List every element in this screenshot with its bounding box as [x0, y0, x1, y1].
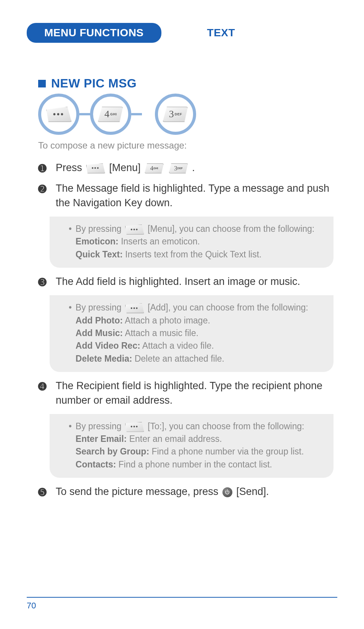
menu-key-icon: •••	[125, 303, 144, 313]
step-body: The Message field is highlighted. Type a…	[56, 181, 333, 210]
note-item-text: Inserts an emoticon.	[119, 236, 200, 246]
note-item-text: Attach a photo image.	[123, 315, 210, 325]
note-item-text: Attach a video file.	[140, 341, 214, 351]
page-header: MENU FUNCTIONS TEXT	[27, 23, 337, 43]
intro-text: To compose a new picture message:	[38, 140, 333, 151]
connector-icon	[79, 113, 90, 115]
key-4-number: 4	[104, 108, 109, 120]
bullet-icon: •	[69, 301, 72, 365]
step-text: To send the picture message, press	[56, 486, 221, 497]
key-3-icon: 3DEF	[169, 163, 188, 173]
note-item-text: Enter an email address.	[127, 434, 222, 444]
step-body: The Recipient field is highlighted. Type…	[56, 379, 333, 408]
note-item-label: Add Video Rec:	[76, 341, 140, 351]
step-text: [Send].	[236, 486, 269, 497]
note-box-2: • By pressing ••• [Add], you can choose …	[50, 295, 333, 372]
menu-key-icon: •••	[46, 107, 71, 122]
note-item-text: Find a phone number via the group list.	[149, 446, 304, 456]
menu-key-icon: •••	[125, 225, 144, 234]
key-4-icon: 4 GHI	[98, 107, 123, 122]
note-text: [Add], you can choose from the following…	[148, 302, 308, 312]
connector-icon	[131, 113, 142, 115]
key-circle-menu: •••	[38, 94, 79, 135]
key-circle-3: 3 DEF	[155, 94, 196, 135]
key-circle-4: 4 GHI	[90, 94, 131, 135]
note-text: By pressing	[76, 302, 124, 312]
note-text: [Menu], you can choose from the followin…	[148, 224, 314, 234]
note-item-label: Add Music:	[76, 328, 123, 338]
step-text: [Menu]	[109, 162, 143, 173]
step-number: ➋	[38, 181, 56, 210]
page-number: 70	[27, 601, 36, 610]
note-item-label: Add Photo:	[76, 315, 123, 325]
key-3-sub: DEF	[175, 112, 182, 116]
tab-menu-functions: MENU FUNCTIONS	[27, 23, 161, 43]
step-body: Press ••• [Menu] 4GHI 3DEF .	[56, 161, 333, 175]
bullet-icon: •	[69, 420, 72, 471]
note-item-label: Contacts:	[76, 459, 116, 469]
note-item-label: Enter Email:	[76, 434, 127, 444]
step-text: Press	[56, 162, 85, 173]
note-item-label: Delete Media:	[76, 354, 132, 364]
step-body: The Add field is highlighted. Insert an …	[56, 275, 333, 289]
step-4: ➍ The Recipient field is highlighted. Ty…	[38, 379, 333, 408]
ok-key-icon: ⏻	[222, 487, 232, 497]
key-3-icon: 3 DEF	[163, 107, 188, 122]
menu-key-icon: •••	[86, 163, 105, 173]
note-box-1: • By pressing ••• [Menu], you can choose…	[50, 217, 333, 268]
note-body: By pressing ••• [Add], you can choose fr…	[76, 301, 324, 365]
key-4-sub: GHI	[110, 112, 117, 116]
note-item-label: Quick Text:	[76, 249, 123, 259]
step-3: ➌ The Add field is highlighted. Insert a…	[38, 275, 333, 289]
step-text: .	[192, 162, 195, 173]
bullet-icon: •	[69, 223, 72, 261]
note-text: By pressing	[76, 421, 124, 431]
step-number: ➊	[38, 161, 56, 175]
step-1: ➊ Press ••• [Menu] 4GHI 3DEF .	[38, 161, 333, 175]
note-text: [To:], you can choose from the following…	[148, 421, 304, 431]
key-sequence: ••• 4 GHI 3 DEF	[38, 94, 333, 135]
key-4-icon: 4GHI	[145, 163, 164, 173]
note-item-label: Search by Group:	[76, 446, 149, 456]
note-item-text: Delete an attached file.	[132, 354, 224, 364]
step-5: ➎ To send the picture message, press ⏻ […	[38, 485, 333, 499]
section-title: NEW PIC MSG	[38, 76, 333, 91]
menu-key-icon: •••	[125, 422, 144, 432]
page-footer: 70	[27, 597, 337, 611]
step-number: ➌	[38, 275, 56, 289]
note-text: By pressing	[76, 224, 124, 234]
key-3-number: 3	[169, 108, 174, 120]
step-number: ➍	[38, 379, 56, 408]
note-body: By pressing ••• [To:], you can choose fr…	[76, 420, 324, 471]
square-bullet-icon	[38, 80, 46, 87]
note-item-text: Attach a music file.	[123, 328, 198, 338]
section-title-text: NEW PIC MSG	[51, 76, 137, 91]
note-body: By pressing ••• [Menu], you can choose f…	[76, 223, 324, 261]
note-item-text: Find a phone number in the contact list.	[116, 459, 272, 469]
step-number: ➎	[38, 485, 56, 499]
note-item-label: Emoticon:	[76, 236, 118, 246]
content-area: NEW PIC MSG ••• 4 GHI 3 DEF To compose a…	[38, 76, 333, 505]
tab-text: TEXT	[207, 27, 235, 39]
note-item-text: Inserts text from the Quick Text list.	[123, 249, 262, 259]
step-2: ➋ The Message field is highlighted. Type…	[38, 181, 333, 210]
step-body: To send the picture message, press ⏻ [Se…	[56, 485, 333, 499]
note-box-3: • By pressing ••• [To:], you can choose …	[50, 414, 333, 478]
